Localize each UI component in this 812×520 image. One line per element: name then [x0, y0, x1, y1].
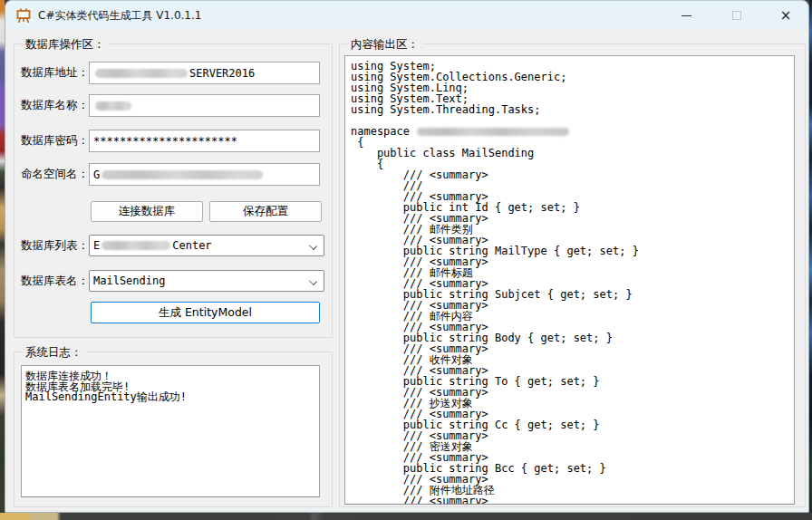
- groupbox-log-title: 系统日志：: [22, 345, 86, 361]
- close-button[interactable]: ×: [761, 1, 809, 30]
- redacted-text: [102, 241, 170, 250]
- screen: C#实体类代码生成工具 V1.0.1.1 × 数据库操作区： 数据库地址： SE…: [0, 0, 812, 520]
- groupbox-database-title: 数据库操作区：: [22, 37, 109, 53]
- easel-app-icon: [15, 7, 32, 24]
- db-address-label: 数据库地址：: [21, 65, 89, 81]
- code-line: [351, 115, 794, 126]
- groupbox-output-title: 内容输出区：: [347, 37, 422, 53]
- chevron-down-icon: [309, 242, 317, 250]
- db-address-input[interactable]: SERVER2016: [89, 62, 320, 84]
- db-name-input[interactable]: [89, 94, 320, 117]
- namespace-input[interactable]: G: [89, 163, 320, 186]
- app-window: C#实体类代码生成工具 V1.0.1.1 × 数据库操作区： 数据库地址： SE…: [5, 0, 809, 513]
- namespace-label: 命名空间名：: [21, 167, 89, 182]
- db-table-dropdown[interactable]: MailSending: [89, 270, 324, 292]
- db-name-label: 数据库名称：: [21, 98, 89, 113]
- minimize-button[interactable]: [662, 1, 711, 30]
- db-list-dropdown[interactable]: ECenter: [89, 235, 324, 256]
- code-line: using System.Threading.Tasks;: [351, 104, 794, 115]
- connect-database-button[interactable]: 连接数据库: [91, 201, 203, 222]
- redacted-text: [102, 170, 263, 179]
- minimize-icon: [682, 15, 691, 16]
- close-icon: ×: [780, 7, 792, 24]
- redacted-text: [95, 101, 131, 111]
- code-line: namespace: [351, 126, 794, 137]
- window-title: C#实体类代码生成工具 V1.0.1.1: [38, 8, 201, 24]
- maximize-icon: [732, 11, 741, 20]
- chevron-down-icon: [309, 277, 317, 285]
- save-config-button[interactable]: 保存配置: [209, 201, 322, 222]
- groupbox-database-operations: 数据库操作区：: [14, 43, 333, 338]
- titlebar[interactable]: C#实体类代码生成工具 V1.0.1.1 ×: [5, 1, 808, 30]
- db-table-value: MailSending: [93, 274, 165, 287]
- code-line: /// <summary>: [351, 496, 794, 505]
- generate-entitymodel-button[interactable]: 生成 EntityModel: [91, 302, 320, 323]
- log-line: MailSendingEntity输出成功!: [25, 392, 317, 403]
- db-password-input[interactable]: **********************: [89, 130, 320, 152]
- maximize-button[interactable]: [711, 1, 761, 30]
- namespace-value: G: [93, 169, 100, 181]
- db-password-label: 数据库密码：: [21, 133, 89, 149]
- taskbar-strip: [0, 513, 812, 520]
- db-table-label: 数据库表名：: [21, 274, 89, 289]
- db-list-value-post: Center: [172, 239, 211, 252]
- db-address-value: SERVER2016: [189, 67, 255, 80]
- redacted-text: [417, 128, 569, 136]
- db-list-label: 数据库列表：: [21, 238, 89, 254]
- code-line: public class MailSending: [351, 148, 794, 159]
- redacted-text: [95, 69, 188, 78]
- db-list-value-pre: E: [93, 239, 100, 252]
- system-log-box[interactable]: 数据库连接成功！数据库表名加载完毕!MailSendingEntity输出成功!: [21, 365, 320, 497]
- code-output-box[interactable]: using System;using System.Collections.Ge…: [344, 55, 795, 505]
- db-password-value: **********************: [93, 135, 237, 148]
